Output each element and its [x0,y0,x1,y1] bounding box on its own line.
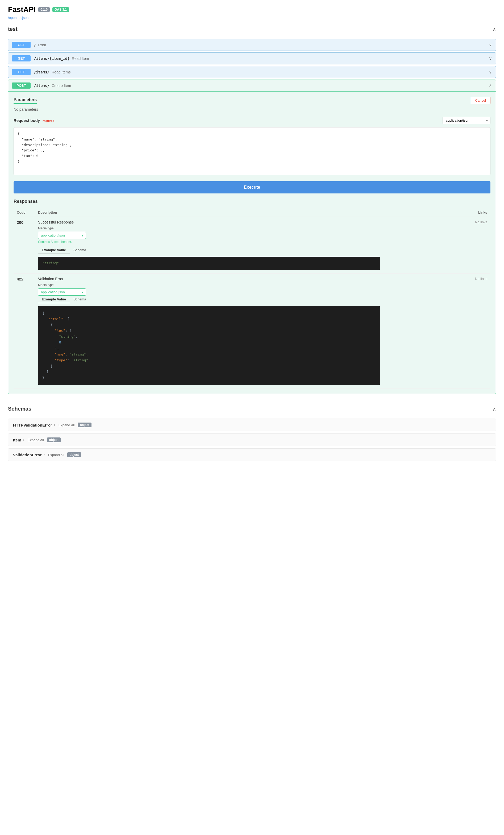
schemas-section-header[interactable]: Schemas ∧ [8,402,496,416]
schema-chevron-item: › [23,438,24,442]
expand-all-item[interactable]: Expand all [28,438,44,442]
schema-chevron-validation: › [44,453,45,456]
endpoint-chevron-root: ∨ [489,42,492,47]
post-endpoint-desc: Create Item [51,84,489,88]
schema-name-http: HTTPValidationError [13,423,52,427]
endpoint-desc-item-id: Read Item [72,56,489,61]
col-description: Description [35,208,383,217]
media-type-label-200: Media type [38,226,380,230]
execute-button[interactable]: Execute [14,181,490,194]
schemas-section-title: Schemas [8,406,31,412]
schema-item-validation-error[interactable]: ValidationError › Expand all object [8,448,496,461]
schemas-section: Schemas ∧ HTTPValidationError › Expand a… [8,402,496,461]
request-body-title: Request body [14,118,40,123]
response-description-200: Successful Response [38,220,380,224]
object-badge-validation: object [67,452,81,457]
request-body-section: Request body required application/json {… [14,117,490,176]
response-code-200: 200 [14,217,35,273]
media-type-select-422[interactable]: application/json [38,288,86,296]
test-section: test ∧ GET / Root ∨ GET /items/{item_id}… [8,22,496,394]
endpoint-post-items-expanded: POST /items/ Create Item ∧ Parameters Ca… [8,80,496,394]
endpoint-get-items[interactable]: GET /items/ Read Items ∨ [8,66,496,78]
example-value-tab-200[interactable]: Example Value [38,246,70,254]
response-description-422: Validation Error [38,277,380,281]
get-method-badge-3: GET [12,69,30,75]
request-body-header: Request body required application/json [14,117,490,124]
post-header[interactable]: POST /items/ Create Item ∧ [8,80,496,91]
request-body-title-area: Request body required [14,118,54,123]
endpoint-chevron-item-id: ∨ [489,56,492,61]
media-select-wrapper-422: application/json [38,288,86,296]
post-method-badge: POST [12,82,30,88]
cancel-button[interactable]: Cancel [471,97,490,104]
media-type-select-200[interactable]: application/json [38,232,86,239]
main-content: test ∧ GET / Root ∨ GET /items/{item_id}… [0,22,504,480]
endpoint-desc-items: Read Items [51,70,489,74]
parameters-section: Parameters Cancel No parameters [14,97,490,111]
endpoint-path-item-id: /items/{item_id} [34,56,70,61]
responses-title: Responses [14,199,490,204]
openapi-link[interactable]: /openapi.json [8,16,28,20]
media-type-label-422: Media type [38,283,380,287]
schema-tab-200[interactable]: Schema [70,246,90,254]
example-value-content-200: "string" [42,261,59,265]
post-endpoint-chevron: ∧ [489,83,492,88]
no-params-text: No parameters [14,107,490,111]
content-type-select[interactable]: application/json [443,117,490,124]
version-badge: 0.1.0 [38,7,50,12]
response-row-200: 200 Successful Response Media type appli… [14,217,490,273]
required-badge: required [43,119,54,122]
get-method-badge: GET [12,42,30,48]
response-desc-200: Successful Response Media type applicati… [35,217,383,273]
example-tabs-422: Example Value Schema [38,296,380,303]
test-section-title: test [8,26,18,32]
header: FastAPI 0.1.0 OAS 3.1 /openapi.json [0,0,504,22]
endpoint-chevron-items: ∨ [489,69,492,75]
schema-name-validation: ValidationError [13,453,42,457]
expand-all-http[interactable]: Expand all [59,423,75,427]
endpoint-desc-root: Root [38,43,489,47]
oas-badge: OAS 3.1 [52,7,69,12]
schema-chevron-http: › [54,423,55,427]
post-endpoint-path: /items/ [34,84,49,88]
response-links-422: No links [383,273,490,388]
response-row-422: 422 Validation Error Media type applicat… [14,273,490,388]
example-value-tab-422[interactable]: Example Value [38,296,70,303]
object-badge-item: object [47,437,61,442]
schema-name-item: Item [13,438,21,442]
test-section-header[interactable]: test ∧ [8,22,496,36]
brand-area: FastAPI 0.1.0 OAS 3.1 [8,5,496,14]
responses-table: Code Description Links 200 Successful Re… [14,208,490,388]
content-type-wrapper: application/json [443,117,490,124]
schema-item-item[interactable]: Item › Expand all object [8,433,496,446]
col-code: Code [14,208,35,217]
controls-accept-200: Controls Accept header. [38,240,380,244]
endpoint-get-item-id[interactable]: GET /items/{item_id} Read Item ∨ [8,53,496,64]
response-code-422: 422 [14,273,35,388]
response-links-200: No links [383,217,490,273]
schema-tab-422[interactable]: Schema [70,296,90,303]
test-section-chevron: ∧ [492,26,496,32]
col-links: Links [383,208,490,217]
brand-title: FastAPI [8,5,36,14]
get-method-badge-2: GET [12,55,30,61]
schema-item-http-validation[interactable]: HTTPValidationError › Expand all object [8,419,496,431]
params-header: Parameters Cancel [14,97,490,104]
responses-section: Responses Code Description Links [14,199,490,388]
post-body: Parameters Cancel No parameters Request … [8,91,496,394]
schemas-section-chevron: ∧ [492,406,496,412]
media-select-wrapper-200: application/json [38,232,86,239]
example-tabs-200: Example Value Schema [38,246,380,254]
json-body-editor[interactable]: { "name": "string", "description": "stri… [14,127,490,175]
endpoint-path-root: / [34,43,36,47]
params-title: Parameters [14,97,37,104]
endpoint-get-root[interactable]: GET / Root ∨ [8,39,496,51]
endpoint-path-items: /items/ [34,70,49,74]
object-badge-http: object [78,423,91,427]
expand-all-validation[interactable]: Expand all [48,453,64,457]
code-block-422: { "detail": [ { "loc": [ "string", 0 ], … [38,306,380,385]
code-block-200: "string" [38,257,380,270]
response-desc-422: Validation Error Media type application/… [35,273,383,388]
